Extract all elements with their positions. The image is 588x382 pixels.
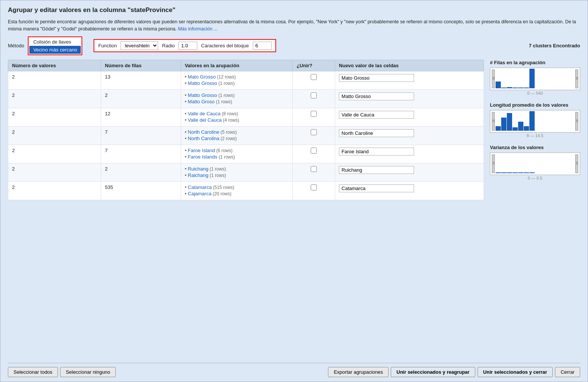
cluster-value-link[interactable]: Cajamarca (188, 191, 212, 196)
cluster-count: (1 rows) (218, 154, 235, 160)
col-header-num-values: Número de valores (8, 60, 101, 71)
chart-range-label: 0 — 540 (490, 91, 580, 95)
cluster-value-link[interactable]: Valle del Cauca (188, 117, 222, 123)
export-button[interactable]: Exportar agrupaciones (328, 367, 388, 377)
chart-bar (524, 172, 529, 173)
table-section: Número de valores Número de filas Valore… (8, 60, 484, 357)
cell-num-values: 2 (8, 163, 101, 181)
cell-new-value (335, 145, 484, 163)
cluster-value-link[interactable]: Faroe Islands (188, 154, 218, 160)
table-row: 22Matto Grosso (1 rows)Matto Groso (1 ro… (8, 89, 484, 108)
cell-num-rows: 7 (101, 126, 181, 145)
cluster-value-link[interactable]: Matto Groso (188, 99, 215, 104)
chart-left-handle[interactable]: ⠿ (492, 154, 495, 173)
chart-right-handle[interactable]: ⠿ (575, 154, 578, 173)
method-option-key-collision[interactable]: Colisión de llaves (29, 38, 81, 46)
chart-left-handle[interactable]: ⠿ (492, 69, 495, 88)
cluster-count: (5 rows) (219, 130, 237, 135)
cluster-value-link[interactable]: Faroe Island (188, 148, 215, 153)
close-button[interactable]: Cerrar (555, 367, 580, 377)
chart-inner (495, 112, 575, 131)
chart-bar (529, 111, 535, 131)
chart-container: Longitud promedio de los valores⠿⠿8 — 14… (490, 102, 580, 138)
merge-checkbox[interactable] (311, 74, 317, 80)
chart-box: ⠿⠿ (490, 110, 580, 133)
merge-regroup-button[interactable]: Unir seleccionados y reagrupar (391, 367, 475, 377)
cluster-value-link[interactable]: Raichang (188, 172, 209, 178)
list-item: Catamarca (515 rows) (185, 184, 289, 190)
new-value-input[interactable] (339, 74, 414, 82)
cluster-count: (1 rows) (217, 93, 235, 98)
merge-checkbox[interactable] (311, 184, 317, 190)
cluster-value-link[interactable]: North Caroline (188, 129, 219, 135)
list-item: Raichang (1 rows) (185, 172, 289, 178)
radio-input[interactable] (178, 42, 197, 50)
cluster-value-link[interactable]: Mato Grosso (188, 74, 216, 80)
chart-bar (501, 88, 506, 88)
col-header-merge: ¿Unir? (293, 60, 335, 71)
select-all-button[interactable]: Seleccionar todos (8, 367, 58, 377)
merge-close-button[interactable]: Unir seleccionados y cerrar (478, 367, 553, 377)
chart-bar (496, 172, 501, 173)
new-value-input[interactable] (339, 129, 414, 137)
merge-checkbox[interactable] (311, 92, 317, 98)
cluster-value-link[interactable]: Matto Grosso (188, 92, 217, 98)
chart-bar (524, 126, 529, 131)
chart-bar (496, 82, 501, 88)
cell-num-rows: 12 (101, 108, 181, 126)
chart-left-handle[interactable]: ⠿ (492, 112, 495, 131)
list-item: Ruichang (1 rows) (185, 166, 289, 172)
select-none-button[interactable]: Seleccionar ninguno (60, 367, 116, 377)
new-value-input[interactable] (339, 184, 414, 192)
table-row: 27North Caroline (5 rows)North Carolina … (8, 126, 484, 145)
new-value-input[interactable] (339, 111, 414, 119)
footer-left: Seleccionar todos Seleccionar ninguno (8, 367, 116, 377)
new-value-input[interactable] (339, 166, 414, 174)
chart-bar (512, 88, 518, 88)
cluster-value-link[interactable]: Catamarca (188, 184, 212, 190)
method-option-nearest-neighbor[interactable]: Vecino más cercano (29, 46, 81, 54)
cell-num-values: 2 (8, 108, 101, 126)
chart-inner (495, 69, 575, 88)
chart-bar (501, 172, 506, 173)
footer-right: Exportar agrupaciones Unir seleccionados… (328, 367, 580, 377)
cluster-count: (12 rows) (216, 74, 236, 80)
method-row: Método Colisión de llaves Vecino más cer… (8, 36, 580, 55)
chart-right-handle[interactable]: ⠿ (575, 112, 578, 131)
chart-bar (512, 172, 518, 173)
merge-checkbox[interactable] (311, 111, 317, 117)
new-value-input[interactable] (339, 92, 414, 100)
clusters-table: Número de valores Número de filas Valore… (8, 60, 484, 200)
chart-bar (529, 69, 535, 88)
cluster-value-link[interactable]: Matto Grosso (188, 80, 217, 86)
radio-label: Radio (162, 43, 175, 48)
block-chars-label: Caracteres del bloque (201, 43, 249, 48)
chart-title: Longitud promedio de los valores (490, 102, 580, 108)
merge-checkbox[interactable] (311, 129, 317, 135)
cell-new-value (335, 71, 484, 89)
merge-checkbox[interactable] (311, 148, 317, 154)
cell-cluster-values: Ruichang (1 rows)Raichang (1 rows) (181, 163, 293, 181)
cluster-count: (8 rows) (221, 111, 238, 116)
col-header-new-value: Nuevo valor de las celdas (335, 60, 484, 71)
cluster-value-link[interactable]: Ruichang (188, 166, 209, 172)
block-chars-input[interactable] (253, 42, 272, 50)
function-label: Function (98, 43, 117, 48)
function-select[interactable]: levenshtein ppm (121, 41, 158, 50)
cell-num-values: 2 (8, 126, 101, 145)
chart-right-handle[interactable]: ⠿ (575, 69, 578, 88)
cluster-value-link[interactable]: North Carolina (188, 136, 219, 141)
cluster-value-link[interactable]: Valle de Cauca (188, 111, 221, 116)
cell-num-values: 2 (8, 89, 101, 108)
cell-merge (293, 163, 335, 181)
list-item: North Caroline (5 rows) (185, 129, 289, 135)
cell-new-value (335, 163, 484, 181)
chart-range-label: 0 — 0.5 (490, 176, 580, 180)
cell-merge (293, 126, 335, 145)
more-info-link[interactable]: Más información ... (178, 26, 218, 32)
merge-checkbox[interactable] (311, 166, 317, 172)
new-value-input[interactable] (339, 148, 414, 156)
cell-num-rows: 7 (101, 145, 181, 163)
cell-new-value (335, 126, 484, 145)
list-item: Cajamarca (20 rows) (185, 191, 289, 196)
